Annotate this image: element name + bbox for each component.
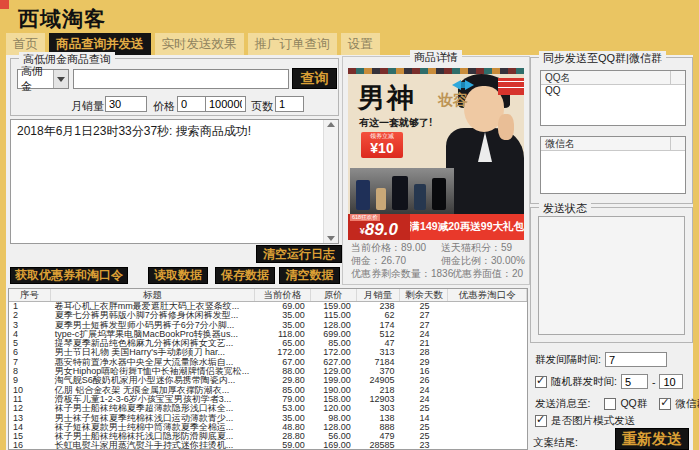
detail-stat: 送天猫积分：59 bbox=[441, 241, 512, 254]
log-textarea[interactable]: 2018年6月1日23时33分37秒: 搜索商品成功! bbox=[10, 119, 339, 244]
resend-button[interactable]: 重新发送 bbox=[615, 428, 689, 450]
price-min-input[interactable] bbox=[177, 96, 206, 112]
tab[interactable]: 实时发送效果 bbox=[155, 33, 244, 55]
table-row[interactable]: 13男士袜子短袜夏季纯棉袜浅口运动薄款青少...35.0098.0013814 bbox=[9, 414, 527, 423]
column-header[interactable]: 原价 bbox=[311, 289, 357, 301]
table-row[interactable]: 10亿朋 铝合金衣架 无痕金属加厚衣撑防潮衣...85.00190.002182… bbox=[9, 386, 527, 395]
table-row[interactable]: 2夏季七分裤男韩版小脚7分裤修身休闲裤发型...35.00115.006227 bbox=[9, 311, 527, 320]
table-row[interactable]: 4type-c扩展坞苹果电脑MacBookPro转换器us...118.0069… bbox=[9, 330, 527, 339]
cell-orig: 85.00 bbox=[311, 339, 357, 348]
qq-group-label: QQ群 bbox=[620, 397, 647, 411]
product-table[interactable]: 序号标题当前价格原价月销量剩余天数优惠券淘口令 1卷耳心机上衣胖mm最爱遮肚大码… bbox=[8, 288, 528, 450]
cell-orig: 129.00 bbox=[311, 367, 357, 376]
sales-input[interactable] bbox=[105, 96, 147, 112]
column-header[interactable]: 当前价格 bbox=[255, 289, 311, 301]
cell-coupon bbox=[448, 367, 527, 376]
scrollbar-up-icon[interactable] bbox=[327, 122, 335, 127]
scrollbar-down-icon[interactable] bbox=[327, 236, 335, 241]
fetch-coupon-button[interactable]: 获取优惠券和淘口令 bbox=[10, 267, 128, 284]
wechat-group-checkbox[interactable] bbox=[659, 398, 671, 410]
cell-coupon bbox=[448, 358, 527, 367]
column-header[interactable]: 标题 bbox=[51, 289, 255, 301]
cell-sales: 370 bbox=[357, 367, 401, 376]
list-item[interactable]: QQ bbox=[541, 85, 685, 97]
qq-list-header: QQ名 bbox=[541, 71, 685, 85]
table-row[interactable]: 5提琴夏季新品纯色棉麻九分裤休闲裤女文艺...65.0085.004721 bbox=[9, 339, 527, 348]
banner-price: 89.0 bbox=[365, 221, 398, 239]
tab[interactable]: 设置 bbox=[341, 33, 380, 55]
copy-ending-label: 文案结尾: bbox=[533, 436, 578, 450]
qq-group-checkbox[interactable] bbox=[604, 398, 616, 410]
cell-orig: 159.00 bbox=[311, 302, 357, 311]
column-header[interactable]: 序号 bbox=[9, 289, 51, 301]
clear-log-button[interactable]: 清空运行日志 bbox=[256, 245, 342, 263]
table-row[interactable]: 15袜子男士船袜纯棉袜托浅口隐形防滑脚底夏...28.8056.0047925 bbox=[9, 432, 527, 441]
table-row[interactable]: 14袜子短袜夏款男士纯棉中筒薄款夏季全棉运...48.80128.0088825 bbox=[9, 423, 527, 432]
log-scrollbar[interactable] bbox=[323, 120, 338, 243]
cell-title: 男士节日礼物 美国Harry's手动剃须刀 har... bbox=[51, 348, 255, 357]
price-max-input[interactable] bbox=[205, 96, 246, 112]
cell-sales: 7184 bbox=[357, 358, 401, 367]
save-data-button[interactable]: 保存数据 bbox=[215, 267, 275, 284]
column-header[interactable]: 月销量 bbox=[357, 289, 401, 301]
cell-days: 14 bbox=[401, 414, 449, 423]
wechat-list-header: 微信名 bbox=[541, 137, 685, 151]
table-row[interactable]: 12袜子男士船袜纯棉夏季超薄款隐形浅口袜全...53.00120.0030325 bbox=[9, 404, 527, 413]
wechat-list[interactable]: 微信名 bbox=[540, 136, 686, 194]
status-listbox[interactable] bbox=[538, 216, 685, 335]
detail-stat: 优惠券面值：20 bbox=[452, 267, 523, 280]
search-button[interactable]: 查询 bbox=[292, 68, 337, 89]
cell-id: 8 bbox=[9, 367, 51, 376]
table-row[interactable]: 16长虹电熨斗家用蒸汽熨斗手持式迷你挂烫机...59.00169.0028585… bbox=[9, 441, 527, 450]
cell-sales: 12903 bbox=[357, 395, 401, 404]
table-row[interactable]: 11滑板车儿童1-2-3-6岁小孩宝宝男孩初学者3...79.00158.001… bbox=[9, 395, 527, 404]
cell-orig: 158.00 bbox=[311, 395, 357, 404]
read-data-button[interactable]: 读取数据 bbox=[148, 267, 208, 284]
cell-title: 夏季男士短裤发型师小码男裤子6分7分小脚... bbox=[51, 321, 255, 330]
pages-input[interactable] bbox=[275, 96, 304, 112]
cell-orig: 627.00 bbox=[311, 358, 357, 367]
image-mode-checkbox[interactable] bbox=[535, 415, 547, 427]
ad-subheadline: 妆容 bbox=[438, 91, 468, 110]
tab[interactable]: 推广订单查询 bbox=[248, 33, 337, 55]
random-to-input[interactable] bbox=[659, 374, 683, 389]
detail-stat: 当前价格：89.00 bbox=[351, 241, 441, 254]
cell-id: 14 bbox=[9, 423, 51, 432]
cell-title: 袜子短袜夏款男士纯棉中筒薄款夏季全棉运... bbox=[51, 423, 255, 432]
product-image: 男神 妆容 有这一套就够了! 领券立减 ¥10 618狂欢价 ¥ 89.0 满1… bbox=[348, 68, 524, 240]
cell-id: 9 bbox=[9, 376, 51, 385]
table-row[interactable]: 9淘气舰S6酸奶机家用小型迷你易携带陶瓷内...29.80199.0024905… bbox=[9, 376, 527, 385]
cell-title: 袜子男士船袜纯棉袜托浅口隐形防滑脚底夏... bbox=[51, 432, 255, 441]
detail-info: 当前价格：89.00送天猫积分：59佣金：26.70佣金比例：30.00%优惠券… bbox=[351, 241, 523, 280]
table-row[interactable]: 3夏季男士短裤发型师小码男裤子6分7分小脚...35.00128.0017427 bbox=[9, 321, 527, 330]
keyword-input[interactable] bbox=[73, 69, 289, 89]
range-separator: - bbox=[652, 376, 656, 388]
cell-price: 88.00 bbox=[255, 367, 311, 376]
interval-label: 群发间隔时间: bbox=[535, 353, 601, 367]
cell-title: 提琴夏季新品纯色棉麻九分裤休闲裤女文艺... bbox=[51, 339, 255, 348]
cell-price: 67.00 bbox=[255, 358, 311, 367]
table-row[interactable]: 1卷耳心机上衣胖mm最爱遮肚大码上衣竖条纹...69.00159.0023825 bbox=[9, 302, 527, 311]
cell-price: 35.00 bbox=[255, 414, 311, 423]
query-groupbox: 高低佣金商品查询 高佣金 查询 月销量 价格 页数 bbox=[10, 58, 339, 116]
cell-days: 16 bbox=[401, 367, 449, 376]
table-row[interactable]: 8男女Hiphop嘻哈街舞T恤中长袖潮牌情侣装宽松...88.00129.003… bbox=[9, 367, 527, 376]
column-header[interactable]: 优惠券淘口令 bbox=[448, 289, 527, 301]
detail-stat: 佣金：26.70 bbox=[351, 254, 441, 267]
random-time-checkbox[interactable] bbox=[535, 376, 547, 388]
ad-tagline: 有这一套就够了! bbox=[359, 116, 432, 130]
table-row[interactable]: 7惠安特前置净水器中央全屋大流量除水垢自...67.00627.00718429 bbox=[9, 358, 527, 367]
clear-data-button[interactable]: 清空数据 bbox=[279, 267, 340, 284]
qq-list[interactable]: QQ名 QQ bbox=[540, 70, 686, 126]
commission-type-select[interactable]: 高佣金 bbox=[17, 69, 69, 89]
table-row[interactable]: 6男士节日礼物 美国Harry's手动剃须刀 har...172.00172.0… bbox=[9, 348, 527, 357]
random-from-input[interactable] bbox=[621, 374, 648, 389]
qq-list-body: QQ bbox=[541, 85, 685, 97]
cell-sales: 479 bbox=[357, 432, 401, 441]
interval-input[interactable] bbox=[605, 352, 667, 367]
chevron-down-icon[interactable] bbox=[53, 70, 68, 88]
cell-title: 滑板车儿童1-2-3-6岁小孩宝宝男孩初学者3... bbox=[51, 395, 255, 404]
coupon-badge: 领券立减 ¥10 bbox=[361, 132, 403, 158]
column-header[interactable]: 剩余天数 bbox=[400, 289, 448, 301]
cell-sales: 218 bbox=[357, 386, 401, 395]
